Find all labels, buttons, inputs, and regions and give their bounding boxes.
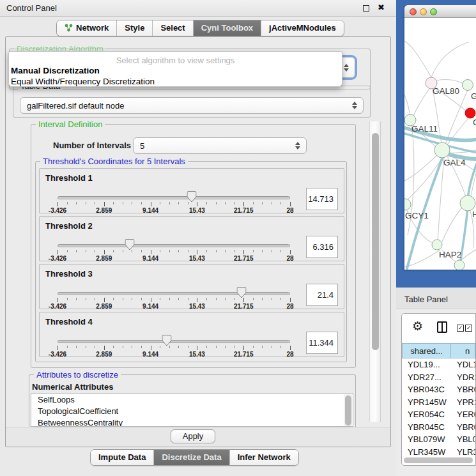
- threshold-slider[interactable]: -3.4262.8599.14415.4321.71528: [58, 190, 290, 213]
- node-label-gcy1: GCY1: [405, 211, 429, 220]
- table-row[interactable]: YBR045CYBR0: [402, 421, 475, 434]
- slider-ticks: [58, 202, 290, 206]
- table-row[interactable]: YDL19...YDL1: [402, 358, 475, 371]
- node-label-hap2: HAP2: [439, 250, 461, 259]
- main-scrollbar-thumb[interactable]: [372, 133, 379, 350]
- threshold-coords-groupbox: Threshold's Coordinates for 5 Intervals …: [35, 161, 347, 362]
- axis-tick-label: 28: [286, 303, 293, 310]
- table-row[interactable]: YBR043CYBR0: [402, 383, 475, 396]
- column-header-shared-name[interactable]: shared...: [402, 343, 451, 358]
- tab-discretize-data[interactable]: Discretize Data: [154, 450, 229, 465]
- node-red-selected[interactable]: [465, 108, 475, 118]
- node-partial-h[interactable]: [460, 196, 475, 211]
- node-gal4[interactable]: [434, 142, 450, 158]
- table-cell: YLR345W: [402, 447, 451, 457]
- attribute-list-item[interactable]: BetweennessCentrality: [31, 417, 353, 427]
- table-header-row: shared... n: [402, 343, 475, 358]
- table-columns-icon[interactable]: [437, 321, 447, 333]
- attributes-list[interactable]: SelfLoopsTopologicalCoefficientBetweenne…: [31, 393, 353, 427]
- threshold-value-field[interactable]: 21.4: [306, 284, 338, 306]
- axis-tick-label: -3.426: [49, 351, 66, 358]
- threshold-value-field[interactable]: 6.316: [306, 236, 338, 258]
- node-bottom-partial[interactable]: [454, 260, 464, 270]
- checkbox-icon[interactable]: ✓: [457, 325, 464, 332]
- slider-handle[interactable]: [125, 239, 134, 250]
- threshold-label: Threshold 2: [45, 221, 93, 231]
- axis-tick-label: -3.426: [49, 255, 66, 262]
- axis-tick-label: 15.43: [189, 255, 205, 262]
- close-window-icon[interactable]: [410, 8, 417, 15]
- network-view-window[interactable]: GAL80 GA C GAL11 GAL4 GCY1 H HAP2: [404, 5, 476, 270]
- threshold-slider[interactable]: -3.4262.8599.14415.4321.71528: [58, 334, 290, 357]
- table-data-combobox[interactable]: galFiltered.sif default node: [20, 97, 364, 114]
- axis-tick-label: -3.426: [49, 207, 66, 214]
- tab-cyni-toolbox[interactable]: Cyni Toolbox: [194, 20, 261, 36]
- slider-track[interactable]: [58, 340, 290, 343]
- slider-track[interactable]: [58, 292, 290, 295]
- intervals-count-combobox[interactable]: 5: [133, 137, 307, 154]
- table-settings-gear-icon[interactable]: ⚙: [412, 320, 423, 332]
- node-label-gal11: GAL11: [411, 124, 438, 134]
- attr-items-holder: SelfLoopsTopologicalCoefficientBetweenne…: [31, 394, 353, 427]
- attributes-list-scrollbar[interactable]: [344, 394, 352, 427]
- slider-ticks: [58, 250, 290, 254]
- minimize-window-icon[interactable]: [420, 8, 427, 15]
- axis-tick-label: 28: [286, 351, 293, 358]
- checkbox-icon[interactable]: ✓: [465, 325, 472, 332]
- table-horizontal-scrollbar[interactable]: [404, 457, 473, 463]
- tab-impute-data[interactable]: Impute Data: [91, 450, 154, 465]
- threshold-slider[interactable]: -3.4262.8599.14415.4321.71528: [58, 286, 290, 309]
- tab-network[interactable]: Network: [57, 20, 117, 36]
- top-tab-bar: Network Style Select Cyni Toolbox jActiv…: [56, 20, 344, 36]
- column-header-name[interactable]: n: [451, 343, 475, 358]
- axis-tick-label: 2.859: [96, 303, 112, 310]
- table-cell: YBL0: [451, 434, 475, 444]
- axis-tick-label: 28: [286, 255, 293, 262]
- desktop-background: GAL80 GA C GAL11 GAL4 GCY1 H HAP2: [396, 0, 476, 288]
- popup-option-manual[interactable]: Manual Discretization: [11, 66, 100, 75]
- axis-tick-label: 15.43: [189, 303, 205, 310]
- axis-tick-label: 15.43: [189, 351, 205, 358]
- tab-select[interactable]: Select: [153, 20, 193, 36]
- threshold-label: Threshold 3: [45, 269, 93, 279]
- axis-tick-label: 9.144: [142, 255, 158, 262]
- threshold-panel-2: Threshold 2 -3.4262.8599.14415.4321.7152…: [39, 216, 344, 261]
- close-panel-icon[interactable]: ✖: [378, 3, 385, 12]
- network-window-titlebar[interactable]: [404, 5, 476, 18]
- node-hap2[interactable]: [432, 240, 442, 250]
- node-partial-top[interactable]: [463, 80, 473, 91]
- slider-handle[interactable]: [187, 191, 197, 203]
- apply-button[interactable]: Apply: [171, 429, 215, 443]
- slider-handle[interactable]: [236, 287, 246, 298]
- table-body: YDL19...YDL1YDR27...YDR2YBR043CYBR0YPR14…: [402, 358, 475, 461]
- slider-handle[interactable]: [162, 335, 172, 346]
- float-window-icon[interactable]: [363, 5, 369, 12]
- tab-infer-network[interactable]: Infer Network: [230, 450, 298, 465]
- table-row[interactable]: YBL079WYBL0: [402, 433, 475, 446]
- slider-tick-labels: -3.4262.8599.14415.4321.71528: [58, 255, 290, 263]
- main-scrollbar[interactable]: [369, 121, 381, 422]
- table-row[interactable]: YPR145WYPR1: [402, 396, 475, 409]
- node-label-partial-h: H: [472, 210, 476, 219]
- numerical-attributes-label: Numerical Attributes: [32, 382, 113, 392]
- slider-track[interactable]: [58, 244, 290, 247]
- slider-track[interactable]: [58, 196, 290, 199]
- table-row[interactable]: YER054CYER0: [402, 408, 475, 421]
- table-row[interactable]: YDR27...YDR2: [402, 371, 475, 384]
- zoom-window-icon[interactable]: [430, 8, 437, 15]
- threshold-label: Threshold 1: [45, 173, 93, 183]
- threshold-value-field[interactable]: 14.713: [306, 188, 338, 210]
- network-canvas[interactable]: GAL80 GA C GAL11 GAL4 GCY1 H HAP2: [404, 18, 476, 270]
- threshold-value-field[interactable]: 11.344: [306, 332, 338, 354]
- attribute-list-item[interactable]: TopologicalCoefficient: [31, 405, 353, 417]
- table-cell: YER0: [451, 410, 475, 419]
- table-cell: YPR1: [451, 397, 475, 407]
- node-gcy1[interactable]: [404, 199, 411, 210]
- attribute-list-item[interactable]: SelfLoops: [31, 394, 353, 405]
- tab-style[interactable]: Style: [117, 20, 153, 36]
- popup-option-equal-width[interactable]: Equal Width/Frequency Discretization: [11, 77, 155, 86]
- axis-tick-label: 9.144: [142, 351, 158, 358]
- threshold-slider[interactable]: -3.4262.8599.14415.4321.71528: [58, 238, 290, 261]
- table-row[interactable]: YLR345WYLR3: [402, 446, 475, 459]
- tab-jactivemnodules[interactable]: jActiveMNodules: [261, 20, 344, 36]
